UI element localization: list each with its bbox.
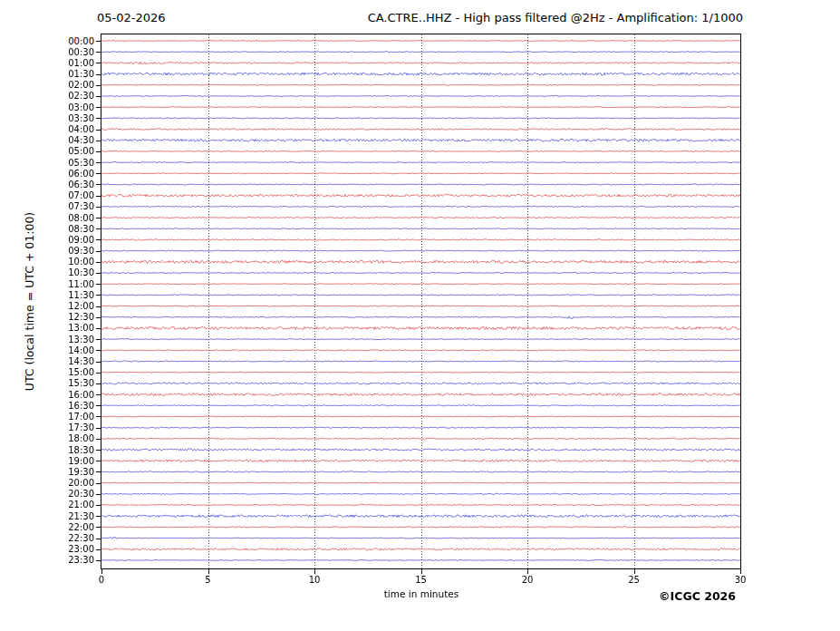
- y-tick-mark: [96, 218, 101, 218]
- y-tick-mark: [96, 184, 101, 185]
- y-tick-label: 01:30: [53, 69, 94, 79]
- y-tick-label: 13:00: [53, 323, 94, 333]
- y-tick-label: 17:00: [53, 412, 94, 422]
- plot-title: CA.CTRE..HHZ - High pass filtered @2Hz -…: [368, 11, 743, 25]
- y-tick-label: 16:00: [53, 390, 94, 400]
- x-tick-mark: [421, 568, 422, 574]
- y-tick-mark: [96, 96, 101, 97]
- x-tick-label: 0: [88, 575, 115, 586]
- y-tick-label: 04:30: [53, 135, 94, 145]
- y-tick-mark: [96, 151, 101, 152]
- y-tick-mark: [96, 173, 101, 174]
- y-tick-label: 11:00: [53, 279, 94, 289]
- y-tick-mark: [96, 394, 101, 395]
- y-tick-label: 07:00: [53, 190, 94, 200]
- y-tick-label: 03:30: [53, 113, 94, 123]
- y-tick-mark: [96, 207, 101, 208]
- y-tick-label: 21:00: [53, 500, 94, 510]
- y-tick-mark: [96, 516, 101, 517]
- x-tick-label: 10: [301, 575, 328, 586]
- date-label: 05-02-2026: [97, 11, 166, 25]
- x-tick-label: 15: [408, 575, 435, 586]
- y-tick-label: 23:00: [53, 544, 94, 554]
- y-tick-mark: [96, 162, 101, 163]
- y-tick-label: 01:00: [53, 58, 94, 68]
- y-tick-mark: [96, 141, 101, 141]
- y-tick-mark: [96, 52, 101, 53]
- y-tick-mark: [96, 471, 101, 472]
- y-tick-mark: [96, 383, 101, 384]
- y-tick-mark: [96, 295, 101, 296]
- x-tick-label: 30: [727, 575, 754, 586]
- y-tick-label: 14:30: [53, 356, 94, 366]
- y-tick-mark: [96, 63, 101, 63]
- y-tick-mark: [96, 251, 101, 252]
- x-tick-mark: [634, 568, 635, 574]
- y-tick-label: 22:30: [53, 533, 94, 543]
- y-tick-label: 09:00: [53, 235, 94, 245]
- y-tick-mark: [96, 107, 101, 108]
- y-tick-label: 10:00: [53, 257, 94, 267]
- y-axis-label: UTC (local time = UTC + 01:00): [23, 193, 36, 411]
- x-tick-mark: [527, 568, 528, 574]
- y-tick-mark: [96, 416, 101, 417]
- y-tick-mark: [96, 339, 101, 340]
- y-tick-label: 05:30: [53, 158, 94, 168]
- seismogram-trace-canvas: [101, 34, 740, 568]
- y-tick-mark: [96, 317, 101, 318]
- y-tick-label: 00:00: [53, 36, 94, 46]
- y-tick-mark: [96, 505, 101, 506]
- y-tick-label: 04:00: [53, 124, 94, 134]
- y-tick-label: 08:30: [53, 224, 94, 234]
- y-tick-label: 12:30: [53, 312, 94, 322]
- y-tick-label: 02:30: [53, 91, 94, 101]
- x-tick-mark: [208, 568, 209, 574]
- y-tick-mark: [96, 328, 101, 329]
- y-tick-label: 10:30: [53, 267, 94, 277]
- x-tick-label: 25: [621, 575, 648, 586]
- y-tick-label: 11:30: [53, 290, 94, 300]
- y-tick-label: 03:00: [53, 102, 94, 112]
- y-tick-label: 06:30: [53, 180, 94, 189]
- y-tick-mark: [96, 74, 101, 75]
- y-tick-label: 18:00: [53, 433, 94, 443]
- y-tick-label: 19:00: [53, 456, 94, 466]
- y-tick-mark: [96, 549, 101, 550]
- y-tick-label: 00:30: [53, 47, 94, 57]
- y-tick-label: 14:00: [53, 345, 94, 355]
- y-tick-label: 19:30: [53, 467, 94, 477]
- y-tick-label: 09:30: [53, 246, 94, 256]
- copyright-label: ©ICGC 2026: [659, 589, 736, 603]
- y-tick-mark: [96, 483, 101, 484]
- y-tick-mark: [96, 306, 101, 307]
- x-tick-label: 5: [195, 575, 222, 586]
- y-tick-label: 07:30: [53, 201, 94, 211]
- y-tick-mark: [96, 262, 101, 263]
- y-tick-label: 16:30: [53, 401, 94, 411]
- plot-area: [101, 34, 741, 569]
- y-tick-mark: [96, 373, 101, 374]
- y-tick-label: 15:30: [53, 378, 94, 388]
- y-tick-mark: [96, 461, 101, 461]
- y-tick-label: 20:00: [53, 478, 94, 488]
- y-tick-mark: [96, 439, 101, 440]
- y-tick-mark: [96, 428, 101, 429]
- y-tick-mark: [96, 450, 101, 451]
- y-tick-label: 12:00: [53, 301, 94, 311]
- y-tick-mark: [96, 85, 101, 86]
- y-tick-mark: [96, 239, 101, 240]
- x-tick-mark: [101, 568, 102, 574]
- y-tick-mark: [96, 560, 101, 561]
- x-tick-mark: [740, 568, 741, 574]
- y-tick-label: 20:30: [53, 489, 94, 499]
- y-tick-label: 08:00: [53, 213, 94, 223]
- x-axis-title: time in minutes: [101, 588, 741, 599]
- y-tick-mark: [96, 273, 101, 274]
- y-tick-mark: [96, 494, 101, 495]
- y-tick-mark: [96, 405, 101, 406]
- y-tick-label: 23:30: [53, 555, 94, 565]
- y-tick-mark: [96, 118, 101, 119]
- y-tick-mark: [96, 527, 101, 528]
- y-tick-label: 15:00: [53, 367, 94, 377]
- y-tick-mark: [96, 41, 101, 42]
